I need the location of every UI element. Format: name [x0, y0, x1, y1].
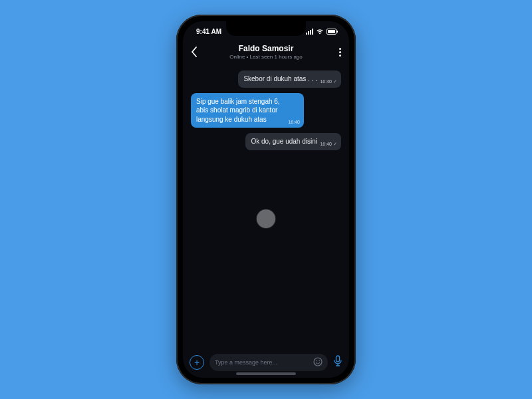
- svg-point-5: [319, 360, 320, 361]
- message-input[interactable]: Type a message here...: [209, 354, 328, 371]
- svg-rect-1: [328, 30, 335, 33]
- message-time: 16:40✓: [320, 78, 337, 84]
- status-indicators: [306, 29, 338, 35]
- touch-indicator: [257, 209, 275, 228]
- smiley-icon: [313, 357, 323, 366]
- message-row: Sip gue balik jam stengah 6, abis sholat…: [191, 93, 341, 128]
- attach-button[interactable]: +: [190, 355, 204, 370]
- svg-point-3: [314, 358, 322, 366]
- message-row: Ok do, gue udah disini 16:40✓: [191, 133, 341, 150]
- chat-header: Faldo Samosir Online • Last seen 1 hours…: [183, 41, 349, 66]
- message-row: Skebor di dukuh atas . . . 16:40✓: [191, 70, 341, 88]
- microphone-icon: [333, 355, 342, 367]
- notch: [226, 21, 306, 36]
- emoji-button[interactable]: [313, 357, 323, 368]
- back-button[interactable]: [191, 47, 207, 57]
- read-check-icon: ✓: [333, 78, 337, 84]
- phone-frame: 9:41 AM Faldo Samosir Online • Last seen…: [176, 15, 356, 384]
- header-title-block[interactable]: Faldo Samosir Online • Last seen 1 hours…: [207, 44, 325, 60]
- message-list[interactable]: Skebor di dukuh atas . . . 16:40✓ Sip gu…: [183, 66, 349, 348]
- message-text: Sip gue balik jam stengah 6, abis sholat…: [196, 97, 299, 124]
- home-indicator[interactable]: [236, 372, 296, 375]
- battery-icon: [327, 29, 338, 35]
- voice-button[interactable]: [333, 355, 342, 370]
- message-bubble-outgoing[interactable]: Sip gue balik jam stengah 6, abis sholat…: [191, 93, 304, 128]
- signal-icon: [306, 29, 313, 35]
- svg-rect-2: [337, 31, 338, 33]
- screen: 9:41 AM Faldo Samosir Online • Last seen…: [183, 21, 349, 378]
- message-time: 16:40✓: [320, 141, 337, 147]
- message-bubble-incoming[interactable]: Skebor di dukuh atas . . . 16:40✓: [238, 70, 341, 88]
- status-time: 9:41 AM: [196, 28, 221, 35]
- more-options-button[interactable]: [325, 48, 341, 57]
- contact-status: Online • Last seen 1 hours ago: [207, 54, 325, 60]
- contact-name: Faldo Samosir: [207, 44, 325, 53]
- message-bubble-incoming[interactable]: Ok do, gue udah disini 16:40✓: [245, 133, 341, 150]
- read-check-icon: ✓: [333, 141, 337, 147]
- message-input-placeholder: Type a message here...: [215, 359, 313, 366]
- more-vertical-icon: [339, 48, 341, 57]
- svg-point-4: [316, 360, 317, 361]
- svg-rect-6: [336, 356, 340, 362]
- wifi-icon: [316, 29, 324, 35]
- message-time: 16:40: [288, 119, 300, 125]
- plus-icon: +: [194, 358, 200, 367]
